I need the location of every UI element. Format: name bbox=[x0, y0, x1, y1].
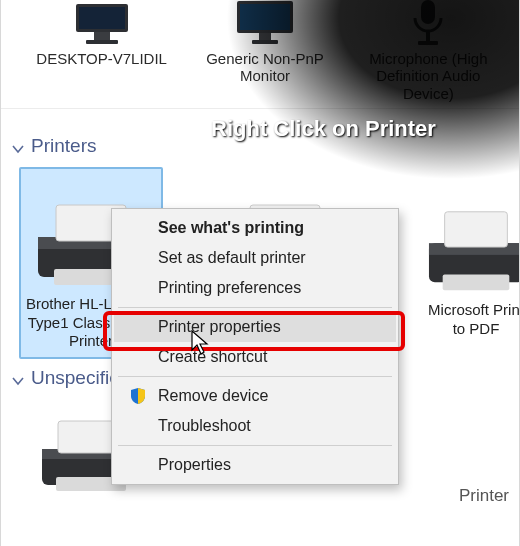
menu-separator bbox=[118, 376, 392, 377]
svg-rect-8 bbox=[421, 0, 435, 24]
devices-and-printers-pane: DESKTOP-V7LIDIL Generic Non-PnP Monitor bbox=[1, 0, 519, 544]
ctx-troubleshoot[interactable]: Troubleshoot bbox=[114, 411, 396, 441]
printer-label: Microsoft Print to PDF bbox=[427, 301, 520, 339]
ctx-printer-properties[interactable]: Printer properties bbox=[114, 312, 396, 342]
section-title: Printers bbox=[31, 135, 96, 157]
svg-rect-22 bbox=[445, 212, 508, 247]
printer-icon bbox=[427, 185, 520, 295]
svg-rect-1 bbox=[79, 7, 125, 29]
ctx-remove-device[interactable]: Remove device bbox=[114, 381, 396, 411]
device-label: Microphone (High Definition Audio Device… bbox=[358, 50, 499, 102]
svg-rect-23 bbox=[443, 275, 510, 291]
svg-rect-10 bbox=[418, 41, 438, 45]
device-desktop[interactable]: DESKTOP-V7LIDIL bbox=[31, 0, 172, 102]
devices-row: DESKTOP-V7LIDIL Generic Non-PnP Monitor bbox=[1, 0, 519, 102]
svg-rect-3 bbox=[86, 40, 118, 44]
svg-rect-9 bbox=[426, 31, 430, 41]
ctx-see-whats-printing[interactable]: See what's printing bbox=[114, 213, 396, 243]
monitor-icon bbox=[194, 0, 335, 46]
chevron-down-icon bbox=[11, 371, 25, 385]
device-microphone[interactable]: Microphone (High Definition Audio Device… bbox=[358, 0, 499, 102]
ctx-create-shortcut[interactable]: Create shortcut bbox=[114, 342, 396, 372]
microphone-icon bbox=[358, 0, 499, 46]
ctx-printing-preferences[interactable]: Printing preferences bbox=[114, 273, 396, 303]
menu-separator bbox=[118, 445, 392, 446]
printer-item-right[interactable]: Microsoft Print to PDF bbox=[421, 173, 520, 347]
svg-rect-2 bbox=[94, 32, 110, 40]
device-monitor[interactable]: Generic Non-PnP Monitor bbox=[194, 0, 335, 102]
printer-context-menu: See what's printing Set as default print… bbox=[111, 208, 399, 485]
ctx-set-default-printer[interactable]: Set as default printer bbox=[114, 243, 396, 273]
cursor-icon bbox=[191, 330, 211, 359]
ctx-properties[interactable]: Properties bbox=[114, 450, 396, 480]
svg-rect-5 bbox=[240, 4, 290, 30]
menu-separator bbox=[118, 307, 392, 308]
device-label: Generic Non-PnP Monitor bbox=[194, 50, 335, 85]
annotation-text: Right Click on Printer bbox=[211, 116, 436, 142]
chevron-down-icon bbox=[11, 139, 25, 153]
details-footer-category: Printer bbox=[459, 486, 509, 506]
device-label: DESKTOP-V7LIDIL bbox=[31, 50, 172, 67]
svg-rect-7 bbox=[252, 40, 278, 44]
pc-icon bbox=[31, 0, 172, 46]
shield-icon bbox=[128, 387, 148, 405]
svg-rect-6 bbox=[259, 33, 271, 40]
